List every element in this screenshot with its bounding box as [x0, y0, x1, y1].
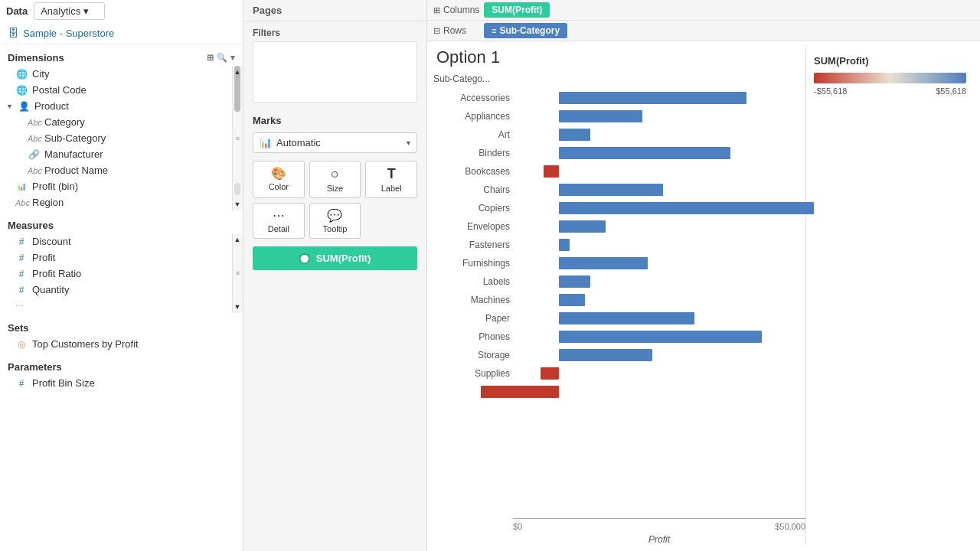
bar-row-13 — [513, 328, 805, 346]
chart-label-undefined: Copiers — [433, 199, 510, 217]
columns-grid-icon: ⊞ — [433, 5, 440, 15]
manufacturer-label: Manufacturer — [44, 148, 103, 160]
color-button[interactable]: 🎨 Color — [253, 161, 305, 198]
analytics-dropdown[interactable]: Analytics ▾ — [34, 2, 105, 20]
hash-icon-profit: # — [15, 253, 28, 263]
chart-label-undefined: Art — [433, 126, 510, 144]
sub-category-label: Sub-Category — [44, 132, 106, 144]
sidebar-item-postal-code[interactable]: 🌐 Postal Code — [0, 82, 232, 98]
sidebar-item-region[interactable]: Abc Region — [0, 194, 232, 210]
chart-label-undefined: Paper — [433, 309, 510, 328]
datasource-row[interactable]: 🗄 Sample - Superstore — [0, 22, 243, 44]
sidebar-item-profit-bin[interactable]: 📊 Profit (bin) — [0, 178, 232, 194]
bar-2 — [559, 129, 590, 141]
measures-title: Measures — [8, 220, 54, 231]
dimensions-icons: ⊞ 🔍 ▾ — [207, 53, 235, 63]
bar-10 — [559, 276, 590, 288]
bar-row-5 — [513, 181, 805, 199]
region-label: Region — [32, 197, 64, 208]
columns-sum-profit-pill[interactable]: SUM(Profit) — [484, 2, 550, 18]
sets-header: Sets — [0, 318, 243, 336]
sidebar-item-sub-category[interactable]: Abc Sub-Category — [0, 130, 232, 146]
rows-pill-label: Sub-Category — [499, 25, 560, 36]
set-icon: ◎ — [15, 339, 28, 350]
sidebar-item-profit-bin-size[interactable]: # Profit Bin Size — [0, 375, 243, 391]
dimensions-menu-icon[interactable]: ▾ — [230, 53, 235, 63]
rows-pill-icon: ≡ — [492, 26, 496, 35]
profit-ratio-label: Profit Ratio — [32, 268, 81, 279]
sidebar-item-manufacturer[interactable]: 🔗 Manufacturer — [0, 146, 232, 162]
bar-14 — [559, 349, 652, 361]
sidebar-scrollbar-down[interactable] — [234, 183, 240, 195]
link-icon: 🔗 — [28, 149, 40, 160]
sidebar-item-category[interactable]: Abc Category — [0, 114, 232, 130]
scroll-down-icon[interactable]: ▼ — [234, 200, 241, 209]
analytics-label: Analytics — [41, 5, 80, 17]
bar-1 — [559, 110, 642, 122]
sidebar-item-product-name[interactable]: Abc Product Name — [0, 162, 232, 178]
datasource-icon: 🗄 — [8, 27, 18, 39]
chart-label-undefined: Labels — [433, 272, 510, 291]
filters-box — [253, 41, 417, 103]
product-label: Product — [34, 100, 69, 112]
legend-gradient — [814, 73, 966, 83]
bar-12 — [559, 312, 694, 324]
measures-scroll-handle[interactable]: ≡ — [233, 267, 243, 279]
tooltip-button[interactable]: 💬 Tooltip — [309, 203, 361, 239]
profit-bin-size-label: Profit Bin Size — [32, 377, 95, 389]
label-button[interactable]: T Label — [365, 161, 417, 198]
sidebar-item-product[interactable]: ▾ 👤 Product — [0, 98, 232, 114]
product-collapse-icon[interactable]: ▾ — [8, 102, 11, 110]
rows-grid-icon: ⊟ — [433, 26, 440, 36]
product-name-label: Product Name — [44, 165, 108, 176]
measures-scroll-down-icon[interactable]: ▼ — [234, 302, 241, 311]
chart-title: Option 1 — [433, 47, 805, 67]
sidebar-item-discount[interactable]: # Discount — [0, 233, 232, 249]
abc-icon-sub-category: Abc — [28, 134, 40, 143]
discount-label: Discount — [32, 236, 71, 247]
legend-axis: -$55,618 $55,618 — [814, 86, 966, 96]
detail-button[interactable]: ⋯ Detail — [253, 203, 305, 239]
chart-bars-container: $0 $50,000 Profit — [513, 73, 805, 545]
globe-icon-2: 🌐 — [15, 85, 28, 96]
marks-section: Marks 📊 Automatic ▾ 🎨 Color ○ Size T Lab… — [243, 109, 426, 276]
bar-row-1 — [513, 107, 805, 126]
bar-13 — [559, 331, 762, 343]
marks-type-dropdown[interactable]: 📊 Automatic ▾ — [253, 132, 417, 153]
axis-min: $0 — [513, 522, 522, 531]
legend-title: SUM(Profit) — [814, 55, 966, 67]
hash-icon-quantity: # — [15, 285, 28, 295]
sum-profit-button[interactable]: ⬤ SUM(Profit) — [253, 246, 417, 270]
sidebar-item-quantity[interactable]: # Quantity — [0, 282, 232, 298]
postal-code-label: Postal Code — [32, 84, 87, 96]
sidebar-item-top-customers[interactable]: ◎ Top Customers by Profit — [0, 336, 243, 352]
legend-max: $55,618 — [936, 86, 966, 96]
axis-label: Profit — [513, 534, 805, 545]
sidebar-item-profit[interactable]: # Profit — [0, 249, 232, 266]
pages-section: Pages — [243, 0, 426, 21]
scroll-up-icon[interactable]: ▲ — [234, 67, 241, 77]
bar-row-7 — [513, 217, 805, 236]
legend-panel: SUM(Profit) -$55,618 $55,618 — [805, 47, 974, 545]
sidebar-item-profit-ratio[interactable]: # Profit Ratio — [0, 266, 232, 282]
sidebar-item-city[interactable]: 🌐 City — [0, 66, 232, 82]
bar-row-0 — [513, 89, 805, 107]
scroll-handle-icon[interactable]: ≡ — [233, 132, 243, 145]
bar-row-16 — [513, 383, 805, 401]
chart-label-undefined: Chairs — [433, 181, 510, 199]
measures-scroll-up-icon[interactable]: ▲ — [234, 235, 241, 244]
rows-sub-category-pill[interactable]: ≡ Sub-Category — [484, 23, 567, 38]
legend-min: -$55,618 — [814, 86, 847, 96]
abc-icon-category: Abc — [28, 118, 40, 127]
size-button[interactable]: ○ Size — [309, 161, 361, 198]
profit-bin-label: Profit (bin) — [32, 181, 78, 192]
columns-shelf: ⊞ Columns SUM(Profit) — [427, 0, 980, 21]
grid-view-icon[interactable]: ⊞ — [207, 53, 214, 63]
chart-label-undefined: Bookcases — [433, 162, 510, 181]
search-icon[interactable]: 🔍 — [217, 53, 227, 63]
bar-row-2 — [513, 126, 805, 144]
axis-max: $50,000 — [775, 522, 805, 531]
bar-0 — [559, 92, 746, 104]
sidebar-content: Dimensions ⊞ 🔍 ▾ 🌐 City 🌐 Postal Code — [0, 44, 243, 551]
bar-9 — [559, 257, 648, 269]
